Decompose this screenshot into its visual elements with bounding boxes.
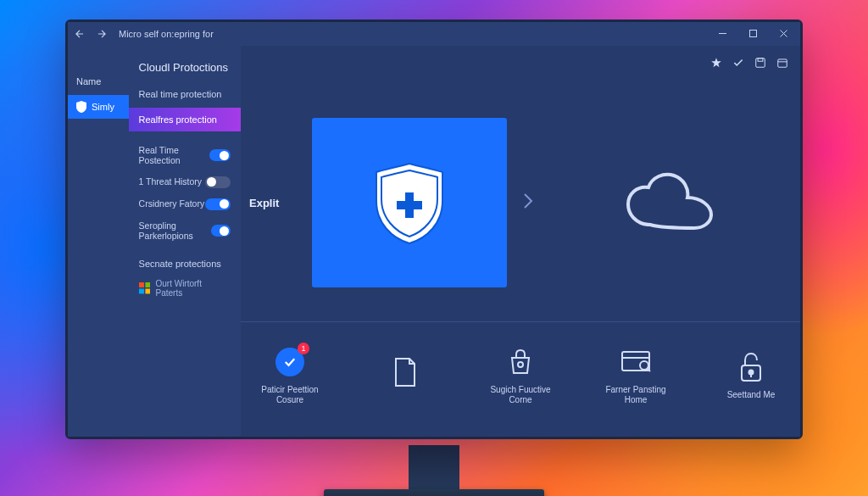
maximize-button[interactable] bbox=[739, 25, 766, 43]
settings-active-item[interactable]: Realfres protection bbox=[129, 108, 241, 131]
toggle-switch[interactable] bbox=[211, 225, 231, 237]
card-label: Sugich Fuuctive Corne bbox=[480, 385, 561, 405]
leftnav-item-simly[interactable]: Simly bbox=[68, 95, 129, 119]
toggle-switch[interactable] bbox=[205, 176, 231, 188]
toggle-label: Real Time Postection bbox=[139, 145, 209, 166]
svg-rect-4 bbox=[139, 282, 144, 287]
cloud-icon bbox=[620, 169, 721, 237]
toggle-switch[interactable] bbox=[205, 198, 231, 210]
feature-card[interactable]: Farner Pansting Home bbox=[595, 346, 676, 405]
left-nav-header: Name bbox=[68, 76, 129, 95]
favorite-icon[interactable] bbox=[710, 57, 722, 72]
lock-icon bbox=[735, 351, 767, 383]
toggle-switch[interactable] bbox=[209, 149, 231, 161]
shield-icon bbox=[76, 101, 86, 113]
toggle-row: Real Time Postection bbox=[129, 140, 241, 171]
patents-label: Ourt Wirtorft Paterts bbox=[155, 279, 231, 298]
forward-button[interactable] bbox=[93, 25, 110, 42]
feature-card[interactable] bbox=[364, 356, 446, 395]
main-content: Explit bbox=[241, 46, 800, 437]
check-icon[interactable] bbox=[732, 57, 744, 72]
settings-panel: Cloudl Protoctions Real time protection … bbox=[129, 46, 241, 437]
hero-shield-tile[interactable] bbox=[312, 118, 507, 287]
check-icon: 1 bbox=[274, 346, 306, 378]
window-title: Micro self on:epring for bbox=[119, 29, 214, 39]
toggle-label: Seropling Parkerlopions bbox=[139, 220, 211, 242]
settings-subtitle: Real time protection bbox=[129, 86, 241, 108]
feature-card[interactable]: Seettand Me bbox=[710, 351, 792, 400]
chevron-right-icon[interactable] bbox=[515, 186, 541, 220]
svg-rect-8 bbox=[756, 58, 765, 67]
card-icon bbox=[620, 346, 652, 378]
window-titlebar: Micro self on:epring for bbox=[68, 22, 800, 46]
card-label: Seettand Me bbox=[727, 390, 776, 400]
svg-rect-6 bbox=[139, 288, 144, 293]
leftnav-item-label: Simly bbox=[92, 102, 114, 112]
feature-card[interactable]: Sugich Fuuctive Corne bbox=[480, 346, 561, 405]
doc-icon bbox=[389, 356, 421, 388]
toggle-row: Crsidnery Fatory bbox=[129, 193, 241, 215]
svg-rect-13 bbox=[397, 201, 422, 209]
svg-rect-5 bbox=[145, 282, 150, 287]
settings-section-label: Secnate protections bbox=[129, 247, 241, 274]
minimize-button[interactable] bbox=[709, 25, 736, 43]
svg-rect-10 bbox=[778, 59, 787, 66]
svg-rect-9 bbox=[758, 58, 763, 61]
svg-rect-7 bbox=[145, 288, 150, 293]
shield-plus-icon bbox=[371, 160, 448, 245]
toggle-label: Crsidnery Fatory bbox=[139, 198, 205, 209]
calendar-icon[interactable] bbox=[776, 57, 788, 72]
notification-badge: 1 bbox=[298, 343, 309, 354]
svg-point-14 bbox=[518, 362, 523, 367]
settings-title: Cloudl Protoctions bbox=[129, 56, 241, 86]
back-button[interactable] bbox=[71, 25, 88, 42]
toggle-label: 1 Threat History bbox=[139, 176, 203, 187]
toggle-row: Seropling Parkerlopions bbox=[129, 215, 241, 247]
save-icon[interactable] bbox=[754, 57, 766, 72]
bag-icon bbox=[504, 346, 537, 378]
close-button[interactable] bbox=[770, 25, 797, 43]
exploit-label: Explit bbox=[249, 197, 303, 209]
left-nav: Name Simly bbox=[68, 46, 129, 437]
svg-rect-1 bbox=[749, 31, 756, 37]
card-label: Paticir Peettion Cosure bbox=[249, 385, 331, 405]
patents-link[interactable]: Ourt Wirtorft Paterts bbox=[129, 274, 241, 303]
feature-card[interactable]: 1 Paticir Peettion Cosure bbox=[249, 346, 331, 405]
card-label: Farner Pansting Home bbox=[595, 385, 676, 405]
toggle-row: 1 Threat History bbox=[129, 171, 241, 193]
windows-icon bbox=[139, 282, 151, 294]
svg-point-20 bbox=[749, 371, 754, 375]
